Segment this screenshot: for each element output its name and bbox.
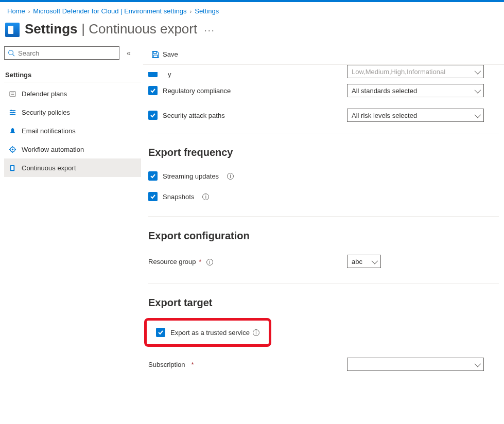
page-title: Settings: [25, 21, 78, 37]
more-actions-button[interactable]: ···: [204, 25, 215, 36]
label-attack-paths: Security attack paths: [163, 112, 225, 119]
sidebar: « Settings Defender plans Security polic…: [0, 44, 143, 422]
page-header: Settings | Continuous export ···: [0, 19, 504, 44]
row-streaming-updates: Streaming updates i: [148, 166, 499, 186]
dropdown-resource-group[interactable]: abc: [347, 255, 381, 268]
svg-point-9: [12, 112, 14, 113]
email-notifications-icon: [8, 127, 16, 135]
toolbar: Save: [143, 44, 504, 65]
svg-point-0: [9, 50, 13, 55]
dropdown-subscription[interactable]: [347, 358, 484, 371]
collapse-sidebar-icon[interactable]: «: [127, 49, 131, 57]
search-input-wrapper[interactable]: [4, 46, 119, 60]
label-trusted-service: Export as a trusted service: [170, 329, 250, 337]
sidebar-item-label: Workflow automation: [22, 146, 84, 153]
search-icon: [8, 49, 15, 57]
dropdown-severity[interactable]: Low,Medium,High,Informational: [347, 65, 484, 78]
sidebar-item-label: Email notifications: [22, 127, 76, 135]
svg-line-1: [13, 55, 15, 57]
chevron-right-icon: ›: [190, 8, 192, 14]
dropdown-risk-levels[interactable]: All risk levels selected: [347, 109, 484, 122]
checkbox-attack-paths[interactable]: [148, 111, 158, 120]
search-input[interactable]: [18, 49, 116, 57]
dropdown-value: All risk levels selected: [352, 112, 417, 119]
chevron-down-icon: [475, 87, 479, 95]
svg-point-12: [11, 148, 13, 150]
save-label: Save: [163, 50, 178, 58]
sidebar-item-label: Security policies: [22, 109, 70, 116]
sidebar-item-security-policies[interactable]: Security policies: [4, 103, 141, 121]
sidebar-item-label: Defender plans: [22, 90, 67, 98]
label-streaming-updates: Streaming updates: [163, 172, 219, 180]
sidebar-item-continuous-export[interactable]: Continuous export: [4, 158, 141, 177]
partial-label: y: [168, 70, 171, 78]
label-resource-group: Resource group: [148, 258, 196, 266]
dropdown-value: All standards selected: [352, 87, 417, 95]
info-icon[interactable]: i: [202, 193, 209, 200]
dropdown-standards[interactable]: All standards selected: [347, 84, 484, 97]
divider: [148, 133, 499, 133]
divider: [148, 283, 499, 284]
partial-row-severity: y Low,Medium,High,Informational: [148, 65, 499, 78]
breadcrumb: Home › Microsoft Defender for Cloud | En…: [0, 2, 504, 19]
row-snapshots: Snapshots i: [148, 186, 499, 207]
checkbox-trusted-service[interactable]: [156, 328, 165, 337]
page-subtitle: | Continuous export: [81, 21, 197, 37]
row-attack-paths: Security attack paths All risk levels se…: [148, 103, 499, 128]
highlight-trusted-service: Export as a trusted service i: [144, 318, 271, 347]
checkbox-regulatory-compliance[interactable]: [148, 86, 158, 95]
heading-export-target: Export target: [148, 297, 499, 309]
checkbox-snapshots[interactable]: [148, 192, 158, 201]
chevron-down-icon: [475, 112, 479, 119]
chevron-down-icon: [475, 361, 479, 368]
dropdown-value: abc: [352, 258, 362, 266]
breadcrumb-defender[interactable]: Microsoft Defender for Cloud | Environme…: [33, 7, 186, 15]
sidebar-item-defender-plans[interactable]: Defender plans: [4, 84, 141, 103]
svg-point-10: [11, 113, 13, 115]
defender-plans-icon: [8, 90, 16, 98]
breadcrumb-home[interactable]: Home: [7, 7, 25, 15]
info-icon[interactable]: i: [253, 329, 259, 336]
breadcrumb-settings[interactable]: Settings: [195, 7, 219, 15]
label-regulatory-compliance: Regulatory compliance: [163, 87, 231, 95]
row-regulatory-compliance: Regulatory compliance All standards sele…: [148, 78, 499, 103]
svg-rect-18: [11, 166, 13, 170]
svg-rect-19: [153, 51, 157, 54]
chevron-right-icon: ›: [28, 8, 30, 14]
checkbox-streaming-updates[interactable]: [148, 171, 158, 181]
label-subscription: Subscription: [148, 361, 185, 368]
heading-export-frequency: Export frequency: [148, 147, 499, 158]
row-resource-group: Resource group * i abc: [148, 249, 499, 274]
chevron-down-icon: [475, 68, 479, 76]
heading-export-configuration: Export configuration: [148, 230, 499, 242]
label-snapshots: Snapshots: [163, 193, 194, 201]
svg-point-8: [10, 110, 12, 111]
chevron-down-icon: [372, 258, 376, 266]
save-button[interactable]: Save: [148, 48, 181, 61]
required-star: *: [199, 258, 201, 266]
required-star: *: [192, 361, 194, 368]
info-icon[interactable]: i: [206, 259, 213, 266]
continuous-export-icon: [8, 164, 16, 172]
dropdown-value: Low,Medium,High,Informational: [352, 68, 445, 76]
main-panel: Save y Low,Medium,High,Informational: [143, 44, 504, 422]
svg-rect-20: [153, 55, 158, 58]
svg-rect-2: [9, 91, 15, 96]
sidebar-item-workflow-automation[interactable]: Workflow automation: [4, 140, 141, 158]
save-icon: [151, 50, 160, 59]
row-subscription: Subscription *: [148, 352, 499, 377]
sidebar-section-header: Settings: [4, 65, 141, 82]
divider: [148, 216, 499, 217]
checkbox-severity[interactable]: [148, 72, 158, 77]
workflow-automation-icon: [8, 145, 16, 153]
settings-blade-icon: [5, 23, 20, 37]
info-icon[interactable]: i: [227, 173, 234, 180]
sidebar-item-label: Continuous export: [22, 164, 76, 172]
security-policies-icon: [8, 108, 16, 116]
sidebar-item-email-notifications[interactable]: Email notifications: [4, 121, 141, 140]
